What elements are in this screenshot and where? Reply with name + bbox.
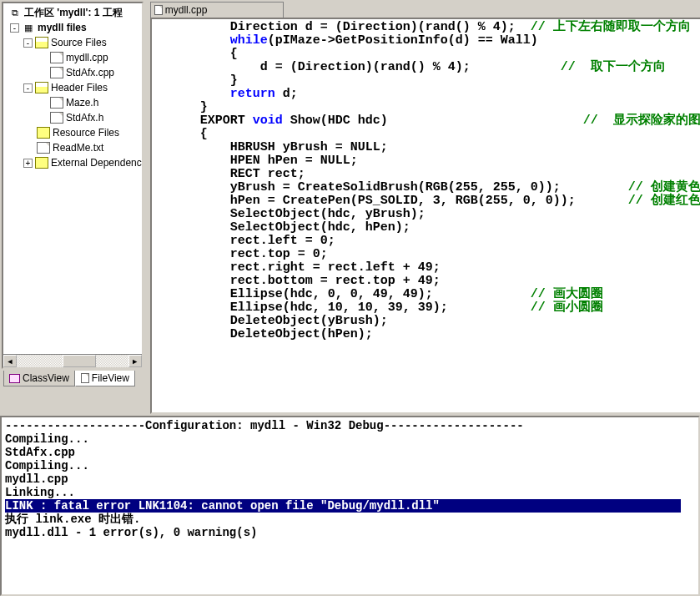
tree-file[interactable]: Maze.h [3, 95, 142, 110]
tree-label: Source Files [51, 35, 107, 50]
file-icon [154, 5, 163, 15]
tree-label: StdAfx.cpp [66, 65, 114, 80]
collapse-icon[interactable]: - [10, 23, 19, 33]
tree-file[interactable]: StdAfx.cpp [3, 65, 142, 80]
folder-open-icon [35, 82, 48, 93]
folder-icon [35, 157, 48, 169]
tree-label: Resource Files [53, 125, 119, 140]
project-icon: ▦ [22, 22, 35, 33]
h-file-icon [50, 97, 63, 109]
scroll-thumb[interactable] [63, 355, 96, 367]
tree-file[interactable]: mydll.cpp [3, 50, 142, 65]
workspace-icon: ⧉ [8, 7, 22, 18]
workspace-panel: ⧉ 工作区 'mydll': 1 工程 - ▦ mydll files - So… [0, 0, 145, 416]
scroll-track[interactable] [17, 355, 128, 367]
tree-label: Maze.h [66, 95, 98, 110]
cpp-file-icon [50, 52, 63, 63]
tree-workspace[interactable]: ⧉ 工作区 'mydll': 1 工程 [3, 5, 142, 20]
tree-file[interactable]: StdAfx.h [3, 110, 142, 125]
tree-folder-source[interactable]: - Source Files [3, 35, 142, 50]
cpp-file-icon [50, 67, 63, 78]
tree-folder-external[interactable]: + External Dependenc [3, 155, 142, 170]
tree-label: StdAfx.h [66, 110, 103, 125]
tree-project[interactable]: - ▦ mydll files [3, 20, 142, 35]
collapse-icon[interactable]: - [23, 38, 33, 48]
tree-label: 工作区 'mydll': 1 工程 [24, 5, 123, 20]
tree-label: External Dependenc [51, 155, 142, 170]
tree-folder-header[interactable]: - Header Files [3, 80, 142, 95]
scroll-left-button[interactable]: ◄ [3, 355, 17, 367]
fileview-icon [81, 373, 89, 383]
tree-folder-resource[interactable]: Resource Files [3, 125, 142, 140]
tree-label: Header Files [51, 80, 108, 95]
error-line[interactable]: LINK : fatal error LNK1104: cannot open … [5, 499, 681, 513]
folder-open-icon [35, 37, 48, 48]
scroll-right-button[interactable]: ► [128, 355, 142, 367]
tab-label: FileView [92, 372, 129, 384]
tree-label: mydll.cpp [66, 50, 108, 65]
code-editor[interactable]: Direction d = (Direction)(rand() % 4); /… [152, 19, 700, 343]
tree-file[interactable]: ReadMe.txt [3, 140, 142, 155]
editor-panel: mydll.cpp Direction d = (Direction)(rand… [145, 0, 700, 416]
tree-label: ReadMe.txt [53, 140, 103, 155]
tab-fileview[interactable]: FileView [75, 371, 135, 386]
build-output[interactable]: --------------------Configuration: mydll… [0, 416, 700, 596]
file-tree[interactable]: ⧉ 工作区 'mydll': 1 工程 - ▦ mydll files - So… [2, 2, 144, 369]
editor-file-tab[interactable]: mydll.cpp [150, 2, 284, 18]
collapse-icon[interactable]: - [23, 83, 33, 93]
horizontal-scrollbar[interactable]: ◄ ► [3, 354, 142, 367]
tab-classview[interactable]: ClassView [3, 371, 75, 386]
txt-file-icon [37, 142, 50, 154]
tab-label: ClassView [23, 372, 69, 384]
folder-icon [37, 127, 50, 139]
editor-filename: mydll.cpp [165, 4, 208, 16]
workspace-tabs: ClassView FileView [2, 371, 144, 386]
classview-icon [9, 374, 20, 383]
h-file-icon [50, 112, 63, 124]
expand-icon[interactable]: + [23, 159, 33, 168]
tree-label: mydll files [38, 20, 87, 35]
